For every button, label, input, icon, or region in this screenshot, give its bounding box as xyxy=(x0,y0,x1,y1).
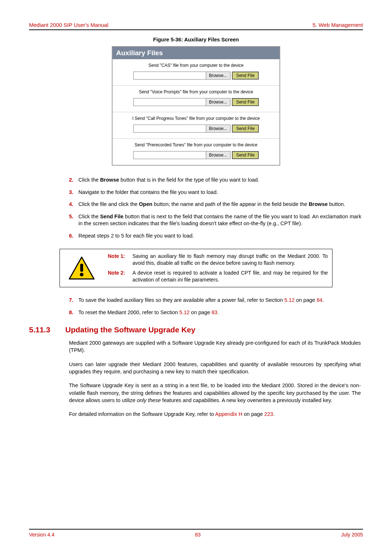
prerecorded-tones-section: Send "Prerecorded Tones" file from your … xyxy=(113,139,279,165)
step-number: 8. xyxy=(69,309,78,316)
svg-rect-1 xyxy=(80,264,83,272)
step-7: 7. To save the loaded auxiliary files so… xyxy=(69,297,363,304)
cas-file-input[interactable] xyxy=(133,72,206,80)
step-6: 6. Repeat steps 2 to 5 for each file you… xyxy=(69,232,363,240)
footer-center: 83 xyxy=(195,532,201,538)
voice-prompts-section: Send "Voice Prompts" file from your comp… xyxy=(113,86,279,112)
step-text: Click the Browse button that is in the f… xyxy=(78,177,363,184)
panel-title: Auxiliary Files xyxy=(113,47,279,59)
step-text: To save the loaded auxiliary files so th… xyxy=(78,297,363,304)
cas-send-file-button[interactable]: Send File xyxy=(232,72,259,80)
paragraph-2: Users can later upgrade their Mediant 20… xyxy=(69,361,363,376)
cas-file-section: Send "CAS" file from your computer to th… xyxy=(113,59,279,86)
step-number: 7. xyxy=(69,297,78,304)
notes-box: Note 1: Saving an auxiliary file to flas… xyxy=(60,249,332,287)
footer-left: Version 4.4 xyxy=(29,532,54,538)
page-header: Mediant 2000 SIP User's Manual 5. Web Ma… xyxy=(29,22,363,30)
step-number: 4. xyxy=(69,201,78,208)
voice-prompts-input[interactable] xyxy=(133,98,206,106)
call-progress-tones-send-file-button[interactable]: Send File xyxy=(232,125,259,133)
cross-reference: 84 xyxy=(317,297,322,303)
step-text: To reset the Mediant 2000, refer to Sect… xyxy=(78,309,363,316)
section-heading: 5.11.3 Updating the Software Upgrade Key xyxy=(29,325,363,334)
step-number: 3. xyxy=(69,189,78,196)
warning-icon-cell xyxy=(60,249,103,287)
paragraph-4: For detailed information on the Software… xyxy=(69,410,363,418)
prerecorded-tones-label: Send "Prerecorded Tones" file from your … xyxy=(118,142,274,147)
figure-caption: Figure 5-36: Auxiliary Files Screen xyxy=(29,37,363,42)
note-1: Note 1: Saving an auxiliary file to flas… xyxy=(108,253,328,267)
note-body: Saving an auxiliary file to flash memory… xyxy=(132,253,328,267)
instruction-steps-a: 2. Click the Browse button that is in th… xyxy=(69,177,363,239)
cas-file-label: Send "CAS" file from your computer to th… xyxy=(118,63,274,68)
header-right: 5. Web Management xyxy=(313,22,363,28)
step-2: 2. Click the Browse button that is in th… xyxy=(69,177,363,184)
prerecorded-tones-browse-button[interactable]: Browse... xyxy=(206,151,230,159)
section-number: 5.11.3 xyxy=(29,325,65,334)
prerecorded-tones-send-file-button[interactable]: Send File xyxy=(232,151,259,159)
voice-prompts-browse-button[interactable]: Browse... xyxy=(206,98,230,106)
warning-icon xyxy=(69,256,95,280)
step-5: 5. Click the Send File button that is ne… xyxy=(69,213,363,227)
section-title: Updating the Software Upgrade Key xyxy=(65,325,195,334)
step-text: Click the Send File button that is next … xyxy=(78,213,363,227)
step-number: 2. xyxy=(69,177,78,184)
cas-browse-button[interactable]: Browse... xyxy=(206,72,230,80)
auxiliary-files-panel: Auxiliary Files Send "CAS" file from you… xyxy=(112,46,280,166)
svg-point-2 xyxy=(80,273,83,276)
paragraph-1: Mediant 2000 gateways are supplied with … xyxy=(69,339,363,354)
cross-reference: 5.12 xyxy=(284,297,294,303)
footer-right: July 2005 xyxy=(341,532,363,538)
step-number: 6. xyxy=(69,232,78,240)
cross-reference: 5.12 xyxy=(179,309,189,315)
call-progress-tones-section: I Send "Call Progress Tones" file from y… xyxy=(113,112,279,139)
step-text: Click the file and click the Open button… xyxy=(78,201,363,208)
cross-reference: 83 xyxy=(212,309,217,315)
cross-reference: Appendix H xyxy=(215,411,242,417)
paragraph-3: The Software Upgrade Key is sent as a st… xyxy=(69,382,363,404)
call-progress-tones-browse-button[interactable]: Browse... xyxy=(206,125,230,133)
note-label: Note 1: xyxy=(108,253,132,267)
note-2: Note 2: A device reset is required to ac… xyxy=(108,270,328,283)
step-3: 3. Navigate to the folder that contains … xyxy=(69,189,363,196)
header-left: Mediant 2000 SIP User's Manual xyxy=(29,22,109,28)
step-4: 4. Click the file and click the Open but… xyxy=(69,201,363,208)
notes-text: Note 1: Saving an auxiliary file to flas… xyxy=(103,249,332,287)
cross-reference: 223 xyxy=(264,411,273,417)
voice-prompts-send-file-button[interactable]: Send File xyxy=(232,98,259,106)
step-number: 5. xyxy=(69,213,78,227)
call-progress-tones-input[interactable] xyxy=(133,125,206,133)
step-text: Repeat steps 2 to 5 for each file you wa… xyxy=(78,232,363,240)
page-footer: Version 4.4 83 July 2005 xyxy=(29,529,363,538)
step-text: Navigate to the folder that contains the… xyxy=(78,189,363,196)
voice-prompts-label: Send "Voice Prompts" file from your comp… xyxy=(118,89,274,94)
note-label: Note 2: xyxy=(108,270,132,283)
call-progress-tones-label: I Send "Call Progress Tones" file from y… xyxy=(118,116,274,121)
instruction-steps-b: 7. To save the loaded auxiliary files so… xyxy=(69,297,363,316)
prerecorded-tones-input[interactable] xyxy=(133,151,206,159)
note-body: A device reset is required to activate a… xyxy=(132,270,328,283)
step-8: 8. To reset the Mediant 2000, refer to S… xyxy=(69,309,363,316)
